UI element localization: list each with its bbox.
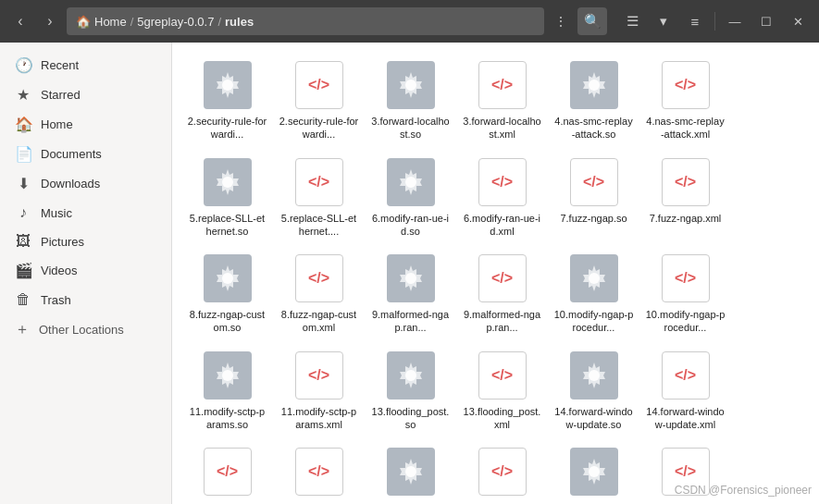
file-item[interactable]: </>6.modify-ran-ue-id.xml xyxy=(458,151,546,244)
file-label: 2.security-rule-forwardi... xyxy=(279,115,359,141)
file-label: 3.forward-localhost.xml xyxy=(462,115,542,141)
gear-icon xyxy=(570,254,618,302)
file-item[interactable]: 5.replace-SLL-ethernet.so xyxy=(183,151,271,244)
file-item[interactable]: </>5.replace-SLL-ethernet.... xyxy=(275,151,363,244)
sidebar-item-documents[interactable]: 📄 Documents xyxy=(4,140,168,168)
file-item[interactable]: 11.modify-sctp-params.so xyxy=(183,344,271,437)
back-button[interactable]: ‹ xyxy=(7,8,33,34)
file-icon-wrap xyxy=(202,59,254,111)
file-item[interactable]: 10.modify-ngap-procedur... xyxy=(550,247,638,340)
file-label: 6.modify-ran-ue-id.xml xyxy=(462,212,542,239)
file-icon-wrap: </> xyxy=(293,252,345,304)
home-icon: 🏠 xyxy=(15,116,31,133)
file-item[interactable]: </>16.settings_attack.xml xyxy=(458,440,546,504)
sidebar-item-starred[interactable]: ★ Starred xyxy=(4,80,168,109)
file-item[interactable]: 16.settings_attack.so xyxy=(366,440,454,504)
file-item[interactable]: </>13.flooding_post.xml xyxy=(458,344,546,437)
file-icon-wrap xyxy=(385,252,437,304)
sidebar-item-downloads[interactable]: ⬇ Downloads xyxy=(4,169,168,198)
music-icon: ♪ xyxy=(15,204,31,221)
file-item[interactable]: 17. xyxy=(550,440,638,504)
downloads-icon: ⬇ xyxy=(15,175,31,192)
xml-icon: </> xyxy=(204,448,252,496)
xml-icon: </> xyxy=(570,158,618,206)
file-item[interactable]: 8.fuzz-ngap-custom.so xyxy=(183,247,271,340)
search-button[interactable]: 🔍 xyxy=(577,7,607,35)
file-item[interactable]: </>3.forward-localhost.xml xyxy=(458,54,546,147)
gear-icon xyxy=(204,351,252,400)
file-label: 7.fuzz-ngap.so xyxy=(560,212,627,225)
file-icon-wrap xyxy=(568,59,620,111)
file-item[interactable]: 3.forward-localhost.so xyxy=(366,54,454,147)
file-item[interactable]: 14.forward-window-update.so xyxy=(550,344,638,437)
file-label: 11.modify-sctp-params.xml xyxy=(279,405,359,432)
sidebar-item-home[interactable]: 🏠 Home xyxy=(4,110,168,139)
breadcrumb-home[interactable]: Home xyxy=(94,15,127,29)
file-item[interactable]: 2.security-rule-forwardi... xyxy=(183,54,271,147)
main-area: 🕐 Recent ★ Starred 🏠 Home 📄 Documents ⬇ … xyxy=(0,43,819,504)
file-item[interactable]: </>4.nas-smc-replay-attack.xml xyxy=(641,54,729,147)
gear-icon xyxy=(204,61,252,109)
file-item[interactable]: </>15.fuzzing_payload.xml xyxy=(275,440,363,504)
breadcrumb-current: rules xyxy=(225,15,254,29)
file-item[interactable]: </>10.modify-ngap-procedur... xyxy=(641,247,729,340)
file-icon-wrap: </> xyxy=(477,446,528,498)
file-icon-wrap: </> xyxy=(660,252,712,304)
documents-icon: 📄 xyxy=(15,145,31,163)
breadcrumb-folder1[interactable]: 5greplay-0.0.7 xyxy=(137,15,214,29)
close-button[interactable]: ✕ xyxy=(784,8,812,34)
titlebar: ‹ › 🏠 Home / 5greplay-0.0.7 / rules ⋮ 🔍 … xyxy=(0,0,819,43)
sidebar-item-videos[interactable]: 🎬 Videos xyxy=(4,256,168,285)
gear-icon xyxy=(387,158,435,206)
file-label: 5.replace-SLL-ethernet.so xyxy=(187,212,267,239)
file-item[interactable]: 9.malformed-ngap.ran... xyxy=(366,247,454,340)
file-icon-wrap: </> xyxy=(202,446,254,498)
file-label: 10.modify-ngap-procedur... xyxy=(553,308,634,335)
file-icon-wrap xyxy=(202,156,254,208)
maximize-button[interactable]: ☐ xyxy=(752,8,780,34)
file-label: 4.nas-smc-replay-attack.xml xyxy=(645,115,726,141)
file-item[interactable]: </>15.fuzzing_payload.so xyxy=(183,440,271,504)
sidebar-label-videos: Videos xyxy=(41,264,78,277)
file-item[interactable]: </>2.security-rule-forwardi... xyxy=(275,54,363,147)
minimize-button[interactable]: — xyxy=(721,8,749,34)
forward-button[interactable]: › xyxy=(37,8,63,34)
gear-icon xyxy=(387,351,435,400)
file-item[interactable]: </>17. xyxy=(641,440,729,504)
menu-button[interactable]: ≡ xyxy=(681,8,709,34)
file-item[interactable]: </>7.fuzz-ngap.so xyxy=(550,151,638,244)
sort-button[interactable]: ▾ xyxy=(650,8,677,34)
sidebar-item-other-locations[interactable]: ＋ Other Locations xyxy=(4,314,168,345)
xml-icon: </> xyxy=(295,61,343,109)
file-item[interactable]: </>14.forward-window-update.xml xyxy=(641,344,729,437)
file-label: 5.replace-SLL-ethernet.... xyxy=(279,212,359,239)
file-icon-wrap: </> xyxy=(660,59,712,111)
file-icon-wrap: </> xyxy=(660,156,712,208)
file-item[interactable]: 4.nas-smc-replay-attack.so xyxy=(550,54,638,147)
view-button[interactable]: ☰ xyxy=(618,8,646,34)
home-icon: 🏠 xyxy=(76,15,91,29)
file-item[interactable]: 6.modify-ran-ue-id.so xyxy=(366,151,454,244)
sidebar-item-music[interactable]: ♪ Music xyxy=(4,199,168,227)
file-icon-wrap xyxy=(385,350,437,401)
recent-icon: 🕐 xyxy=(15,56,31,74)
file-icon-wrap xyxy=(385,156,437,208)
file-area: 2.security-rule-forwardi...</>2.security… xyxy=(172,43,819,504)
gear-icon xyxy=(387,254,435,302)
file-icon-wrap: </> xyxy=(293,156,345,208)
more-options-button[interactable]: ⋮ xyxy=(548,8,574,34)
xml-icon: </> xyxy=(295,351,343,400)
file-label: 9.malformed-ngap.ran... xyxy=(462,308,542,335)
file-icon-wrap xyxy=(385,59,437,111)
file-item[interactable]: 13.flooding_post.so xyxy=(366,344,454,437)
sidebar-item-trash[interactable]: 🗑 Trash xyxy=(4,286,168,313)
file-label: 9.malformed-ngap.ran... xyxy=(370,308,451,335)
file-item[interactable]: </>7.fuzz-ngap.xml xyxy=(641,151,729,244)
file-icon-wrap xyxy=(202,350,254,401)
file-item[interactable]: </>11.modify-sctp-params.xml xyxy=(275,344,363,437)
sidebar-item-recent[interactable]: 🕐 Recent xyxy=(4,51,168,80)
file-item[interactable]: </>9.malformed-ngap.ran... xyxy=(458,247,546,340)
file-icon-wrap: </> xyxy=(660,446,712,498)
file-item[interactable]: </>8.fuzz-ngap-custom.xml xyxy=(275,247,363,340)
sidebar-item-pictures[interactable]: 🖼 Pictures xyxy=(4,227,168,255)
